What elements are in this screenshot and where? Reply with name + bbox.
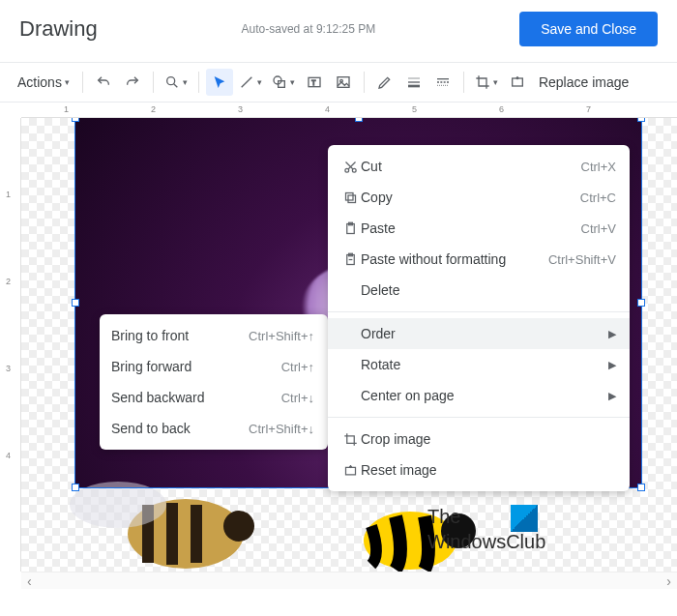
ruler-tick: 6 — [499, 104, 504, 114]
menu-shortcut: Ctrl+Shift+↑ — [249, 329, 314, 343]
redo-icon — [125, 74, 140, 90]
svg-rect-29 — [345, 192, 353, 200]
svg-line-2 — [242, 77, 252, 88]
border-weight-button[interactable] — [400, 69, 427, 96]
menu-shortcut: Ctrl+Shift+↓ — [249, 422, 314, 436]
zoom-icon — [164, 74, 180, 90]
menu-shortcut: Ctrl+C — [580, 191, 616, 205]
rotate-item[interactable]: Rotate ▶ — [328, 349, 630, 380]
image-icon — [336, 74, 351, 90]
watermark: The WindowsClub — [427, 505, 545, 552]
delete-item[interactable]: Delete — [328, 275, 630, 306]
separator — [463, 72, 464, 93]
ruler-vertical: 1 2 3 4 — [0, 118, 21, 572]
textbox-button[interactable]: T — [301, 69, 328, 96]
pencil-icon — [377, 74, 393, 90]
undo-button[interactable] — [90, 69, 117, 96]
bring-forward-item[interactable]: Bring forward Ctrl+↑ — [100, 351, 328, 382]
menu-separator — [328, 311, 630, 312]
save-and-close-button[interactable]: Save and Close — [519, 12, 658, 46]
svg-text:T: T — [311, 79, 315, 86]
shape-tool-button[interactable] — [268, 69, 299, 96]
menu-shortcut: Ctrl+V — [581, 221, 616, 236]
border-color-button[interactable] — [371, 69, 398, 96]
bring-to-front-item[interactable]: Bring to front Ctrl+Shift+↑ — [100, 320, 328, 351]
dialog-title: Drawing — [19, 16, 98, 42]
separator — [364, 72, 365, 93]
send-backward-item[interactable]: Send backward Ctrl+↓ — [100, 382, 328, 413]
replace-image-button[interactable]: Replace image — [533, 69, 634, 96]
line-dash-icon — [435, 74, 451, 90]
ruler-tick: 4 — [325, 104, 330, 114]
bee-art-left — [21, 466, 273, 572]
menu-label: Rotate — [361, 357, 585, 372]
crop-button[interactable] — [471, 69, 502, 96]
reset-image-item[interactable]: Reset image — [328, 455, 630, 485]
submenu-arrow-icon: ▶ — [608, 328, 616, 340]
ruler-horizontal: 1 2 3 4 5 6 7 — [21, 103, 677, 118]
menu-shortcut: Ctrl+↓ — [281, 391, 314, 405]
paste-without-formatting-item[interactable]: Paste without formatting Ctrl+Shift+V — [328, 244, 630, 275]
ruler-tick: 1 — [64, 104, 69, 114]
menu-label: Delete — [361, 282, 616, 298]
scroll-right-icon[interactable]: › — [661, 573, 677, 589]
menu-label: Paste without formatting — [361, 251, 525, 267]
replace-image-label: Replace image — [539, 74, 629, 90]
scroll-left-icon[interactable]: ‹ — [21, 573, 38, 589]
copy-item[interactable]: Copy Ctrl+C — [328, 182, 630, 213]
svg-point-21 — [223, 511, 254, 542]
order-item[interactable]: Order ▶ — [328, 318, 630, 349]
cursor-icon — [212, 74, 227, 90]
toolbar: Actions T — [0, 63, 677, 103]
copy-icon — [339, 191, 361, 205]
actions-label: Actions — [17, 74, 62, 90]
menu-label: Cut — [361, 159, 558, 174]
textbox-icon: T — [307, 74, 322, 90]
svg-point-20 — [70, 482, 166, 528]
select-tool-button[interactable] — [206, 69, 233, 96]
separator — [153, 72, 154, 93]
menu-label: Center on page — [361, 388, 585, 403]
menu-label: Crop image — [361, 431, 616, 447]
paste-icon — [339, 221, 361, 236]
crop-image-item[interactable]: Crop image — [328, 424, 630, 455]
watermark-line1: The — [427, 506, 460, 527]
paste-item[interactable]: Paste Ctrl+V — [328, 213, 630, 244]
reset-image-icon — [510, 74, 525, 90]
watermark-logo-icon — [511, 505, 538, 532]
redo-button[interactable] — [119, 69, 146, 96]
reset-image-icon — [339, 463, 361, 478]
cut-item[interactable]: Cut Ctrl+X — [328, 151, 630, 182]
line-tool-button[interactable] — [235, 69, 266, 96]
ruler-tick: 3 — [238, 104, 243, 114]
image-button[interactable] — [330, 69, 357, 96]
svg-rect-35 — [345, 467, 355, 475]
submenu-arrow-icon: ▶ — [608, 390, 616, 402]
submenu-arrow-icon: ▶ — [608, 359, 616, 371]
svg-line-1 — [174, 84, 178, 88]
ruler-tick: 4 — [6, 451, 11, 460]
menu-label: Send to back — [111, 421, 225, 436]
menu-label: Bring forward — [111, 359, 258, 374]
autosave-status: Auto-saved at 9:12:25 PM — [242, 22, 376, 36]
actions-menu-button[interactable]: Actions — [12, 69, 75, 96]
line-weight-icon — [406, 74, 422, 90]
menu-label: Paste — [361, 220, 558, 236]
svg-rect-18 — [166, 503, 178, 565]
line-icon — [239, 74, 254, 90]
send-to-back-item[interactable]: Send to back Ctrl+Shift+↓ — [100, 413, 328, 444]
undo-icon — [96, 74, 111, 90]
reset-image-button[interactable] — [504, 69, 531, 96]
svg-rect-19 — [191, 505, 202, 563]
horizontal-scrollbar[interactable]: ‹ › — [21, 572, 677, 589]
separator — [198, 72, 199, 93]
watermark-line2: WindowsClub — [427, 531, 545, 552]
ruler-tick: 3 — [6, 364, 11, 373]
cut-icon — [339, 160, 361, 174]
zoom-button[interactable] — [161, 69, 191, 96]
border-dash-button[interactable] — [429, 69, 456, 96]
center-on-page-item[interactable]: Center on page ▶ — [328, 380, 630, 411]
ruler-tick: 7 — [586, 104, 591, 114]
menu-label: Copy — [361, 190, 557, 205]
crop-icon — [475, 74, 490, 90]
